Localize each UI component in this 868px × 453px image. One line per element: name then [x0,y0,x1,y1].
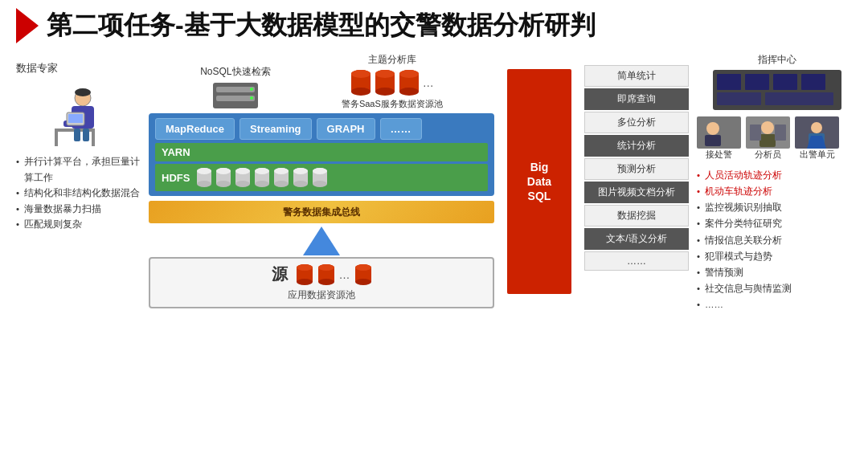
title-bar: 第二项任务-基于大数据模型的交警数据分析研判 [16,8,852,43]
personnel-image-2 [795,116,839,149]
bullet-4: 匹配规则复杂 [16,217,141,233]
mr-box-more: …… [380,118,422,140]
personnel-chujingdangyuan: 出警单元 [795,116,839,161]
svg-rect-12 [216,87,255,92]
analysis-item-3: 统计分析 [584,135,689,157]
svg-point-18 [351,88,371,96]
svg-rect-2 [92,132,95,146]
svg-rect-75 [765,92,833,105]
source-title: 源 [272,263,288,285]
source-drum-2 [317,263,335,286]
personnel-jiechujing: 接处警 [697,116,741,161]
personnel-label-1: 分析员 [755,149,781,161]
svg-point-4 [75,88,91,96]
analysis-panel: 简单统计 即席查询 多位分析 统计分析 预测分析 图片视频文档分析 数据挖掘 文… [584,53,689,439]
hdfs-drum-6 [293,167,309,188]
right-bullet-5: 犯罪模式与趋势 [697,248,858,264]
mr-box-graph: GRAPH [317,118,375,140]
hdfs-drum-5 [273,167,289,188]
svg-point-67 [355,279,371,285]
svg-point-38 [235,181,250,187]
title-arrow-icon [16,8,39,43]
up-arrow [149,226,494,255]
nosql-label: NoSQL快速检索 [200,65,270,79]
nosql-group: NoSQL快速检索 [200,65,270,110]
command-label: 指挥中心 [758,53,796,67]
analysis-item-5: 图片视频文档分析 [584,182,689,203]
analysis-item-4: 预测分析 [584,158,689,180]
svg-point-19 [351,70,371,78]
personnel-fenxiyuan: 分析员 [746,116,790,161]
svg-rect-8 [83,129,89,141]
mr-row: MapReduce Streaming GRAPH …… [155,118,488,140]
source-box: 源 … [149,257,494,308]
svg-point-22 [375,88,395,96]
personnel-row: 接处警 分析员 [697,116,858,161]
up-arrow-icon [303,226,340,255]
svg-point-50 [293,181,308,187]
svg-point-35 [216,168,231,174]
svg-rect-70 [717,74,741,90]
right-bullet-1: 机动车轨迹分析 [697,183,858,199]
server-icon [211,81,260,110]
drum-icon-2 [375,69,395,96]
hdfs-row: HDFS [155,164,488,191]
right-panel: 指挥中心 [697,53,858,439]
saas-label: 警务SaaS服务数据资源池 [342,98,443,110]
svg-point-30 [197,181,211,187]
hdfs-icons [196,167,328,188]
hdfs-drum-2 [215,167,231,188]
svg-rect-81 [760,134,776,147]
svg-point-15 [250,96,253,100]
main-page: 第二项任务-基于大数据模型的交警数据分析研判 数据专家 [0,0,868,453]
analysis-item-6: 数据挖掘 [584,205,689,226]
topic-drums: … [350,69,434,96]
hdfs-drum-3 [235,167,251,188]
drum-icon-3 [399,69,420,96]
right-bullets: 人员活动轨迹分析 机动车轨迹分析 监控视频识别抽取 案件分类特征研究 情报信息关… [697,167,858,312]
big-data-sql-block: Big Data SQL [507,69,571,294]
personnel-image-1 [746,116,790,149]
topic-label: 主题分析库 [368,53,416,67]
source-pool-label: 应用数据资源池 [288,288,355,302]
svg-point-80 [761,121,774,134]
analysis-item-8: …… [584,251,689,271]
svg-point-46 [274,181,289,187]
svg-point-51 [293,168,308,174]
svg-rect-83 [775,124,786,141]
source-drum-3 [354,263,372,286]
command-image [713,70,841,110]
right-bullet-6: 警情预测 [697,264,858,280]
analysis-item-2: 多位分析 [584,112,689,133]
svg-rect-71 [745,74,769,90]
svg-point-77 [706,122,719,135]
svg-point-39 [235,168,250,174]
bullet-1: 并行计算平台，承担巨量计算工作 [16,154,141,186]
svg-point-27 [399,70,419,78]
svg-point-26 [399,88,419,96]
analysis-item-7: 文本/语义分析 [584,228,689,250]
drum-icon-1 [350,69,371,96]
svg-rect-82 [750,124,761,141]
right-bullet-3: 案件分类特征研究 [697,215,858,231]
svg-point-23 [375,70,395,78]
bullet-3: 海量数据暴力扫描 [16,202,141,218]
svg-point-54 [313,181,327,187]
top-storage-row: NoSQL快速检索 主题分析库 [149,53,494,110]
right-bullet-7: 社交信息与舆情监测 [697,280,858,296]
hdfs-drum-7 [312,167,328,188]
source-drum-1 [296,263,313,286]
bullet-2: 结构化和非结构化数据混合 [16,186,141,202]
hdfs-drum-4 [254,167,270,188]
svg-rect-78 [705,135,721,146]
personnel-label-0: 接处警 [706,149,732,161]
left-bullets: 并行计算平台，承担巨量计算工作 结构化和非结构化数据混合 海量数据暴力扫描 匹配… [16,154,141,233]
svg-rect-13 [216,96,255,101]
expert-figure [51,82,107,154]
mr-box-mapreduce: MapReduce [155,118,235,140]
right-bullet-2: 监控视频识别抽取 [697,199,858,215]
svg-rect-72 [773,74,797,90]
right-bullet-8: …… [697,296,858,312]
personnel-label-2: 出警单元 [800,149,835,161]
left-panel: 数据专家 [16,53,141,439]
